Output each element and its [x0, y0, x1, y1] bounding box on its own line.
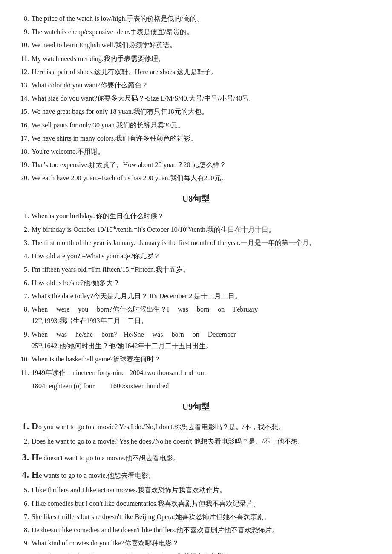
item-content: 1949年读作：nineteen forty-nine 2004:two tho… — [32, 367, 375, 378]
list-item: 7. She likes thrillers but she doesn't l… — [17, 511, 375, 522]
list-item: 5. I'm fifteen years old.=I'm fifteen/15… — [17, 264, 375, 275]
item-content: He doesn't want to go to a movie.他不想去看电影… — [32, 449, 375, 465]
u8-list: 1. When is your birthday?你的生日在什么时候？ 2. M… — [17, 210, 375, 392]
item-num: 6. — [17, 277, 32, 289]
item-content: What's the date today?今天是几月几日？ It's Dece… — [32, 290, 375, 302]
list-item: 13. What color do you want?你要什么颜色？ — [17, 79, 375, 91]
item-num: 7. — [17, 290, 32, 302]
item-num: 1. — [17, 418, 32, 434]
list-item: 8. He doesn't like comedies and he doesn… — [17, 524, 375, 536]
item-content: He doesn't like comedies and he doesn't … — [32, 524, 375, 536]
item-content: When is your birthday?你的生日在什么时候？ — [32, 210, 375, 222]
item-content: Do you want to go to a movie? Yes,I do./… — [32, 418, 375, 434]
item-content: The watch is cheap/expensive=dear.手表是便宜/… — [32, 26, 375, 38]
item-num: 19. — [17, 159, 32, 170]
item-content: What size do you want?你要多大尺码？-Size L/M/S… — [32, 92, 375, 104]
list-item: 4. He wants to go to a movie.他想去看电影。 — [17, 467, 375, 482]
list-item: 9. The watch is cheap/expensive=dear.手表是… — [17, 26, 375, 38]
item-num: 10. — [17, 39, 32, 51]
item-num: 6. — [17, 498, 32, 509]
item-num: 17. — [17, 133, 32, 144]
item-num: 2. — [17, 436, 32, 447]
item-num: 11. — [17, 53, 32, 64]
item-num: 10. — [17, 551, 32, 554]
item-num: 13. — [17, 79, 32, 91]
list-item: 6. How old is he/she?他/她多大？ — [17, 277, 375, 289]
item-num: 9. — [17, 26, 32, 38]
item-num: 8. — [17, 524, 32, 536]
list-item: 9. What kind of movies do you like?你喜欢哪种… — [17, 537, 375, 549]
list-item: 11. My watch needs mending.我的手表需要修理。 — [17, 53, 375, 64]
item-content: We sell pants for only 30 yuan.我们的长裤只卖30… — [32, 119, 375, 131]
item-content: I like comedies but I don't like documen… — [32, 498, 375, 509]
item-content: The price of the watch is low/high.手表的价格… — [32, 13, 375, 24]
item-num: 3. — [17, 449, 32, 465]
item-content: When is the basketball game?篮球赛在何时？ — [32, 353, 375, 365]
list-item: 2. My birthday is October 10/10th/tenth.… — [17, 224, 375, 236]
list-item: 16. We sell pants for only 30 yuan.我们的长裤… — [17, 119, 375, 131]
list-item: 6. I like comedies but I don't like docu… — [17, 498, 375, 509]
list-item: 10. We need to learn English well.我们必须学好… — [17, 39, 375, 51]
item-num: 1. — [17, 210, 32, 222]
item-content: What kind of movies do you like?你喜欢哪种电影？ — [32, 537, 375, 549]
item-num: 15. — [17, 106, 32, 117]
list-item: 7. What's the date today?今天是几月几日？ It's D… — [17, 290, 375, 302]
item-content: My watch needs mending.我的手表需要修理。 — [32, 53, 375, 64]
list-item: 5. I like thrillers and I like action mo… — [17, 484, 375, 496]
list-item: 19. That's too expensive.那太贵了。How about … — [17, 159, 375, 170]
item-content: I'm fifteen years old.=I'm fifteen/15.=F… — [32, 264, 375, 275]
item-content: My birthday is October 10/10th/tenth.=It… — [32, 224, 375, 236]
list-item: 3. The first month of the year is Januar… — [17, 237, 375, 248]
item-content: He wants to go to a movie.他想去看电影。 — [32, 467, 375, 482]
item-num: 14. — [17, 92, 32, 104]
item-num: 11. — [17, 367, 32, 378]
list-item: 14. What size do you want?你要多大尺码？-Size L… — [17, 92, 375, 104]
item-num: 5. — [17, 264, 32, 275]
u9-list: 1. Do you want to go to a movie? Yes,I d… — [17, 418, 375, 554]
item-content: We each have 200 yuan.=Each of us has 20… — [32, 172, 375, 184]
item-num: 7. — [17, 511, 32, 522]
item-content: We need to learn English well.我们必须学好英语。 — [32, 39, 375, 51]
list-item-9: 9. When was he/she born? –He/She was bor… — [17, 329, 375, 352]
item-content: What do you think of them?=How do you li… — [32, 551, 375, 554]
list-item: 10. What do you think of them?=How do yo… — [17, 551, 375, 554]
item-num: 10. — [17, 353, 32, 365]
item-num: 8. — [17, 13, 32, 24]
item-num: 16. — [17, 119, 32, 131]
u7-list: 8. The price of the watch is low/high.手表… — [17, 13, 375, 184]
item-content: I like thrillers and I like action movie… — [32, 484, 375, 496]
item-content: What color do you want?你要什么颜色？ — [32, 79, 375, 91]
list-item: 11. 1949年读作：nineteen forty-nine 2004:two… — [17, 367, 375, 378]
list-item: 3. He doesn't want to go to a movie.他不想去… — [17, 449, 375, 465]
list-item: 12. Here is a pair of shoes.这儿有双鞋。Here a… — [17, 66, 375, 78]
item-content: When were you born?你什么时候出生？I was born on… — [32, 303, 375, 327]
item-num: 12. — [17, 66, 32, 78]
item-num: 2. — [17, 224, 32, 236]
list-item: 2. Does he want to go to a movie? Yes,he… — [17, 436, 375, 447]
item-num: 4. — [17, 250, 32, 262]
item-num: 9. — [17, 537, 32, 549]
list-item: 1. When is your birthday?你的生日在什么时候？ — [17, 210, 375, 222]
item-content: You're welcome.不用谢。 — [32, 146, 375, 157]
item-content: How old is he/she?他/她多大？ — [32, 277, 375, 289]
u8-section: U8句型 1. When is your birthday?你的生日在什么时候？… — [17, 191, 375, 392]
item-num: 18. — [17, 146, 32, 157]
item-content: Here is a pair of shoes.这儿有双鞋。Here are s… — [32, 66, 375, 78]
item-num: 3. — [17, 237, 32, 248]
item-num: 8. — [17, 303, 32, 327]
item-content: How old are you? =What's your age?你几岁？ — [32, 250, 375, 262]
u9-section: U9句型 1. Do you want to go to a movie? Ye… — [17, 399, 375, 554]
item-content: The first month of the year is January.=… — [32, 237, 375, 248]
u8-title: U8句型 — [17, 191, 375, 206]
item-content: 1804: eighteen (o) four 1600:sixteen hun… — [32, 382, 169, 390]
list-item: 15. We have great bags for only 18 yuan.… — [17, 106, 375, 117]
item-num: 4. — [17, 467, 32, 482]
list-item: 4. How old are you? =What's your age?你几岁… — [17, 250, 375, 262]
list-item: 18. You're welcome.不用谢。 — [17, 146, 375, 157]
list-item: 10. When is the basketball game?篮球赛在何时？ — [17, 353, 375, 365]
item-num: 20. — [17, 172, 32, 184]
item-content: That's too expensive.那太贵了。How about 20 y… — [32, 159, 375, 170]
list-item: 20. We each have 200 yuan.=Each of us ha… — [17, 172, 375, 184]
item-content: When was he/she born? –He/She was born o… — [32, 329, 375, 352]
item-num: 5. — [17, 484, 32, 496]
